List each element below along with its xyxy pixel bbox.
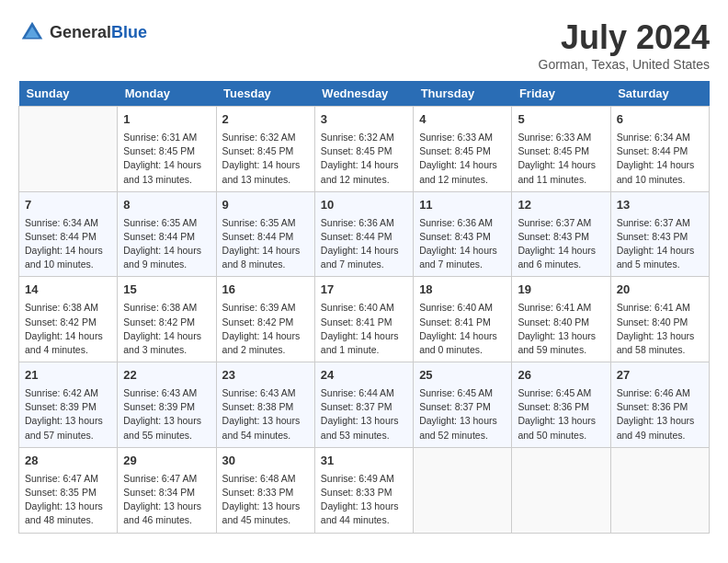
week-row-3: 14Sunrise: 6:38 AM Sunset: 8:42 PM Dayli… xyxy=(19,277,710,362)
calendar-cell: 25Sunrise: 6:45 AM Sunset: 8:37 PM Dayli… xyxy=(414,362,512,448)
day-header-sunday: Sunday xyxy=(19,81,118,107)
calendar-cell xyxy=(19,107,118,192)
calendar-cell: 4Sunrise: 6:33 AM Sunset: 8:45 PM Daylig… xyxy=(414,107,512,192)
day-content: Sunrise: 6:34 AM Sunset: 8:44 PM Dayligh… xyxy=(617,131,703,187)
week-row-5: 28Sunrise: 6:47 AM Sunset: 8:35 PM Dayli… xyxy=(19,447,710,533)
location: Gorman, Texas, United States xyxy=(539,57,711,72)
day-content: Sunrise: 6:38 AM Sunset: 8:42 PM Dayligh… xyxy=(25,301,111,357)
day-number: 31 xyxy=(321,453,407,470)
day-number: 17 xyxy=(321,282,407,299)
day-content: Sunrise: 6:33 AM Sunset: 8:45 PM Dayligh… xyxy=(518,131,604,187)
day-header-tuesday: Tuesday xyxy=(216,81,314,107)
day-number: 18 xyxy=(419,282,506,299)
day-number: 27 xyxy=(617,367,703,385)
calendar-table: SundayMondayTuesdayWednesdayThursdayFrid… xyxy=(18,81,710,534)
day-number: 12 xyxy=(518,197,604,214)
logo: GeneralBlue xyxy=(18,18,147,46)
week-row-1: 1Sunrise: 6:31 AM Sunset: 8:45 PM Daylig… xyxy=(19,107,710,192)
calendar-cell xyxy=(414,447,512,533)
day-content: Sunrise: 6:34 AM Sunset: 8:44 PM Dayligh… xyxy=(25,216,111,272)
calendar-cell: 3Sunrise: 6:32 AM Sunset: 8:45 PM Daylig… xyxy=(314,107,413,192)
calendar-cell: 16Sunrise: 6:39 AM Sunset: 8:42 PM Dayli… xyxy=(216,277,314,362)
day-number: 11 xyxy=(419,197,506,214)
day-header-saturday: Saturday xyxy=(610,81,709,107)
calendar-cell: 30Sunrise: 6:48 AM Sunset: 8:33 PM Dayli… xyxy=(216,447,314,533)
calendar-cell: 24Sunrise: 6:44 AM Sunset: 8:37 PM Dayli… xyxy=(314,362,413,448)
calendar-cell: 21Sunrise: 6:42 AM Sunset: 8:39 PM Dayli… xyxy=(19,362,118,448)
day-number: 26 xyxy=(518,367,604,385)
day-content: Sunrise: 6:33 AM Sunset: 8:45 PM Dayligh… xyxy=(419,131,506,187)
day-content: Sunrise: 6:36 AM Sunset: 8:43 PM Dayligh… xyxy=(419,216,506,272)
day-number: 1 xyxy=(123,111,210,129)
day-content: Sunrise: 6:32 AM Sunset: 8:45 PM Dayligh… xyxy=(321,131,407,187)
header-row: SundayMondayTuesdayWednesdayThursdayFrid… xyxy=(19,81,710,107)
calendar-cell: 8Sunrise: 6:35 AM Sunset: 8:44 PM Daylig… xyxy=(118,191,216,277)
calendar-cell: 12Sunrise: 6:37 AM Sunset: 8:43 PM Dayli… xyxy=(512,191,610,277)
week-row-2: 7Sunrise: 6:34 AM Sunset: 8:44 PM Daylig… xyxy=(19,191,710,277)
day-content: Sunrise: 6:37 AM Sunset: 8:43 PM Dayligh… xyxy=(518,216,604,272)
day-content: Sunrise: 6:41 AM Sunset: 8:40 PM Dayligh… xyxy=(617,301,703,357)
calendar-cell: 22Sunrise: 6:43 AM Sunset: 8:39 PM Dayli… xyxy=(118,362,216,448)
day-number: 23 xyxy=(222,367,309,385)
day-content: Sunrise: 6:37 AM Sunset: 8:43 PM Dayligh… xyxy=(617,216,703,272)
day-content: Sunrise: 6:31 AM Sunset: 8:45 PM Dayligh… xyxy=(123,131,210,187)
calendar-cell: 23Sunrise: 6:43 AM Sunset: 8:38 PM Dayli… xyxy=(216,362,314,448)
day-content: Sunrise: 6:35 AM Sunset: 8:44 PM Dayligh… xyxy=(222,216,309,272)
day-number: 14 xyxy=(25,282,111,299)
day-content: Sunrise: 6:45 AM Sunset: 8:36 PM Dayligh… xyxy=(518,386,604,442)
calendar-cell: 13Sunrise: 6:37 AM Sunset: 8:43 PM Dayli… xyxy=(610,191,709,277)
day-number: 25 xyxy=(419,367,506,385)
day-number: 28 xyxy=(25,453,111,470)
day-number: 15 xyxy=(123,282,210,299)
calendar-cell: 31Sunrise: 6:49 AM Sunset: 8:33 PM Dayli… xyxy=(314,447,413,533)
logo-text-general: General xyxy=(50,23,111,41)
day-header-monday: Monday xyxy=(118,81,216,107)
page-header: GeneralBlue July 2024 Gorman, Texas, Uni… xyxy=(18,18,710,72)
day-content: Sunrise: 6:43 AM Sunset: 8:38 PM Dayligh… xyxy=(222,386,309,442)
day-header-wednesday: Wednesday xyxy=(314,81,413,107)
calendar-cell: 15Sunrise: 6:38 AM Sunset: 8:42 PM Dayli… xyxy=(118,277,216,362)
calendar-cell: 19Sunrise: 6:41 AM Sunset: 8:40 PM Dayli… xyxy=(512,277,610,362)
month-year: July 2024 xyxy=(539,18,711,57)
day-content: Sunrise: 6:49 AM Sunset: 8:33 PM Dayligh… xyxy=(321,472,407,528)
calendar-cell: 17Sunrise: 6:40 AM Sunset: 8:41 PM Dayli… xyxy=(314,277,413,362)
day-number: 6 xyxy=(617,111,703,129)
day-content: Sunrise: 6:45 AM Sunset: 8:37 PM Dayligh… xyxy=(419,386,506,442)
day-number: 8 xyxy=(123,197,210,214)
day-content: Sunrise: 6:35 AM Sunset: 8:44 PM Dayligh… xyxy=(123,216,210,272)
week-row-4: 21Sunrise: 6:42 AM Sunset: 8:39 PM Dayli… xyxy=(19,362,710,448)
calendar-cell: 29Sunrise: 6:47 AM Sunset: 8:34 PM Dayli… xyxy=(118,447,216,533)
day-number: 9 xyxy=(222,197,309,214)
day-number: 24 xyxy=(321,367,407,385)
day-content: Sunrise: 6:36 AM Sunset: 8:44 PM Dayligh… xyxy=(321,216,407,272)
logo-icon xyxy=(18,18,46,46)
calendar-cell: 7Sunrise: 6:34 AM Sunset: 8:44 PM Daylig… xyxy=(19,191,118,277)
day-header-friday: Friday xyxy=(512,81,610,107)
calendar-cell: 5Sunrise: 6:33 AM Sunset: 8:45 PM Daylig… xyxy=(512,107,610,192)
day-content: Sunrise: 6:40 AM Sunset: 8:41 PM Dayligh… xyxy=(419,301,506,357)
day-content: Sunrise: 6:42 AM Sunset: 8:39 PM Dayligh… xyxy=(25,386,111,442)
calendar-cell: 10Sunrise: 6:36 AM Sunset: 8:44 PM Dayli… xyxy=(314,191,413,277)
calendar-cell xyxy=(610,447,709,533)
day-header-thursday: Thursday xyxy=(414,81,512,107)
day-content: Sunrise: 6:46 AM Sunset: 8:36 PM Dayligh… xyxy=(617,386,703,442)
day-content: Sunrise: 6:38 AM Sunset: 8:42 PM Dayligh… xyxy=(123,301,210,357)
logo-text-blue: Blue xyxy=(111,23,147,41)
day-content: Sunrise: 6:47 AM Sunset: 8:35 PM Dayligh… xyxy=(25,472,111,528)
day-number: 13 xyxy=(617,197,703,214)
day-number: 5 xyxy=(518,111,604,129)
day-number: 30 xyxy=(222,453,309,470)
day-number: 3 xyxy=(321,111,407,129)
calendar-cell xyxy=(512,447,610,533)
day-number: 16 xyxy=(222,282,309,299)
calendar-cell: 28Sunrise: 6:47 AM Sunset: 8:35 PM Dayli… xyxy=(19,447,118,533)
day-number: 29 xyxy=(123,453,210,470)
calendar-cell: 18Sunrise: 6:40 AM Sunset: 8:41 PM Dayli… xyxy=(414,277,512,362)
calendar-cell: 6Sunrise: 6:34 AM Sunset: 8:44 PM Daylig… xyxy=(610,107,709,192)
day-content: Sunrise: 6:47 AM Sunset: 8:34 PM Dayligh… xyxy=(123,472,210,528)
calendar-cell: 20Sunrise: 6:41 AM Sunset: 8:40 PM Dayli… xyxy=(610,277,709,362)
day-number: 20 xyxy=(617,282,703,299)
calendar-cell: 26Sunrise: 6:45 AM Sunset: 8:36 PM Dayli… xyxy=(512,362,610,448)
day-content: Sunrise: 6:40 AM Sunset: 8:41 PM Dayligh… xyxy=(321,301,407,357)
day-content: Sunrise: 6:48 AM Sunset: 8:33 PM Dayligh… xyxy=(222,472,309,528)
